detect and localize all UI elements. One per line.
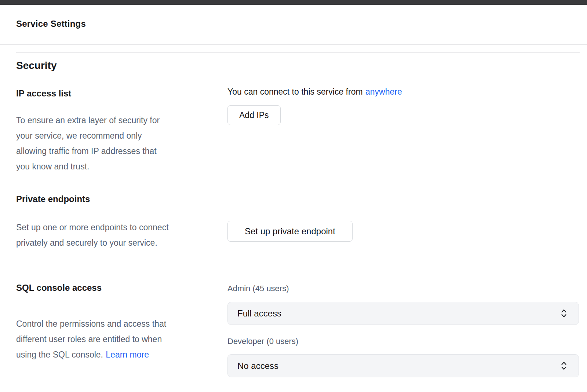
developer-users-label: Developer (0 users) (227, 337, 298, 346)
learn-more-link[interactable]: Learn more (106, 350, 149, 359)
private-endpoints-description: Set up one or more endpoints to connect … (16, 220, 229, 250)
page-title: Service Settings (16, 19, 86, 29)
ip-access-list-heading: IP access list (16, 88, 71, 99)
ip-access-status-text: You can connect to this service from (227, 87, 363, 96)
section-divider (16, 52, 580, 53)
sql-console-access-heading: SQL console access (16, 283, 102, 293)
developer-access-select[interactable]: No access (227, 354, 579, 377)
setup-private-endpoint-button[interactable]: Set up private endpoint (227, 221, 353, 242)
developer-access-selected-value: No access (237, 361, 278, 371)
admin-access-select[interactable]: Full access (227, 302, 579, 325)
ip-access-status-line: You can connect to this service fromanyw… (227, 87, 402, 97)
up-down-chevron-icon (559, 361, 568, 371)
add-ips-button[interactable]: Add IPs (227, 105, 281, 125)
admin-access-selected-value: Full access (237, 308, 281, 319)
up-down-chevron-icon (559, 308, 568, 318)
anywhere-link[interactable]: anywhere (365, 87, 402, 96)
private-endpoints-heading: Private endpoints (16, 194, 90, 204)
sql-console-access-description: Control the permissions and access that … (16, 301, 229, 362)
window-chrome-bar (0, 0, 587, 5)
service-settings-page: Service Settings Security IP access list… (0, 0, 587, 392)
security-section-heading: Security (16, 60, 57, 72)
header-divider (0, 44, 587, 45)
admin-users-label: Admin (45 users) (227, 284, 289, 293)
ip-access-list-description: To ensure an extra layer of security for… (16, 113, 229, 174)
